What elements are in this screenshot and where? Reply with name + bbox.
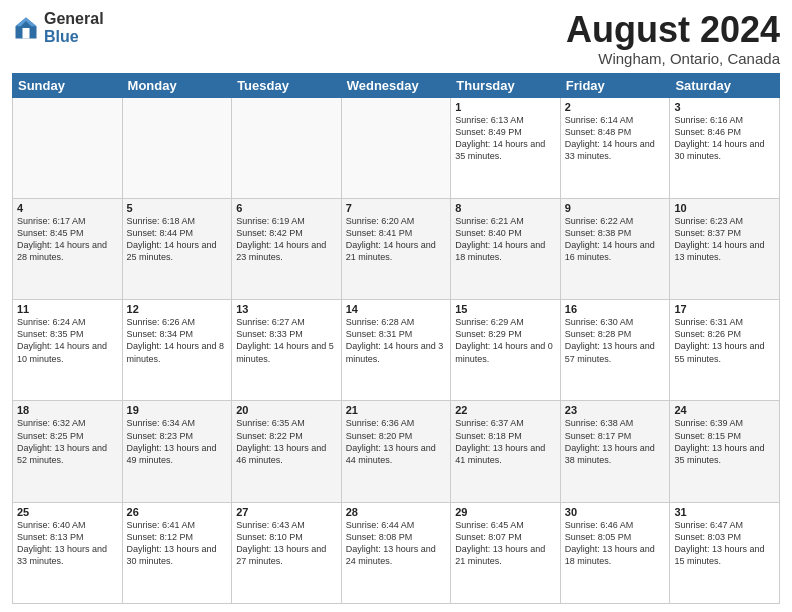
calendar-cell [122,97,232,198]
page-container: General Blue August 2024 Wingham, Ontari… [0,0,792,612]
calendar-cell: 30Sunrise: 6:46 AM Sunset: 8:05 PM Dayli… [560,502,670,603]
day-number: 12 [127,303,228,315]
day-info: Sunrise: 6:21 AM Sunset: 8:40 PM Dayligh… [455,215,556,264]
day-number: 7 [346,202,447,214]
day-info: Sunrise: 6:26 AM Sunset: 8:34 PM Dayligh… [127,316,228,365]
day-number: 5 [127,202,228,214]
logo-general-text: General [44,10,104,28]
calendar-cell: 9Sunrise: 6:22 AM Sunset: 8:38 PM Daylig… [560,198,670,299]
day-info: Sunrise: 6:22 AM Sunset: 8:38 PM Dayligh… [565,215,666,264]
day-info: Sunrise: 6:23 AM Sunset: 8:37 PM Dayligh… [674,215,775,264]
day-number: 23 [565,404,666,416]
calendar-cell: 25Sunrise: 6:40 AM Sunset: 8:13 PM Dayli… [13,502,123,603]
day-info: Sunrise: 6:35 AM Sunset: 8:22 PM Dayligh… [236,417,337,466]
calendar-cell: 3Sunrise: 6:16 AM Sunset: 8:46 PM Daylig… [670,97,780,198]
day-info: Sunrise: 6:40 AM Sunset: 8:13 PM Dayligh… [17,519,118,568]
calendar-cell [232,97,342,198]
calendar-cell: 8Sunrise: 6:21 AM Sunset: 8:40 PM Daylig… [451,198,561,299]
day-info: Sunrise: 6:28 AM Sunset: 8:31 PM Dayligh… [346,316,447,365]
calendar-week-row: 18Sunrise: 6:32 AM Sunset: 8:25 PM Dayli… [13,401,780,502]
calendar-header-wednesday: Wednesday [341,73,451,97]
day-number: 14 [346,303,447,315]
day-info: Sunrise: 6:44 AM Sunset: 8:08 PM Dayligh… [346,519,447,568]
calendar-cell: 18Sunrise: 6:32 AM Sunset: 8:25 PM Dayli… [13,401,123,502]
calendar-cell: 28Sunrise: 6:44 AM Sunset: 8:08 PM Dayli… [341,502,451,603]
calendar-cell: 4Sunrise: 6:17 AM Sunset: 8:45 PM Daylig… [13,198,123,299]
day-number: 8 [455,202,556,214]
calendar-cell: 26Sunrise: 6:41 AM Sunset: 8:12 PM Dayli… [122,502,232,603]
day-info: Sunrise: 6:19 AM Sunset: 8:42 PM Dayligh… [236,215,337,264]
day-info: Sunrise: 6:34 AM Sunset: 8:23 PM Dayligh… [127,417,228,466]
day-info: Sunrise: 6:24 AM Sunset: 8:35 PM Dayligh… [17,316,118,365]
day-number: 21 [346,404,447,416]
calendar-cell: 12Sunrise: 6:26 AM Sunset: 8:34 PM Dayli… [122,300,232,401]
day-info: Sunrise: 6:38 AM Sunset: 8:17 PM Dayligh… [565,417,666,466]
day-number: 10 [674,202,775,214]
calendar-cell: 20Sunrise: 6:35 AM Sunset: 8:22 PM Dayli… [232,401,342,502]
main-title: August 2024 [566,10,780,50]
calendar-cell: 10Sunrise: 6:23 AM Sunset: 8:37 PM Dayli… [670,198,780,299]
calendar-header-friday: Friday [560,73,670,97]
calendar-header-row: SundayMondayTuesdayWednesdayThursdayFrid… [13,73,780,97]
calendar-cell: 15Sunrise: 6:29 AM Sunset: 8:29 PM Dayli… [451,300,561,401]
subtitle: Wingham, Ontario, Canada [566,50,780,67]
day-info: Sunrise: 6:20 AM Sunset: 8:41 PM Dayligh… [346,215,447,264]
logo-icon [12,14,40,42]
calendar-table: SundayMondayTuesdayWednesdayThursdayFrid… [12,73,780,604]
logo: General Blue [12,10,104,45]
day-info: Sunrise: 6:29 AM Sunset: 8:29 PM Dayligh… [455,316,556,365]
day-number: 26 [127,506,228,518]
day-info: Sunrise: 6:37 AM Sunset: 8:18 PM Dayligh… [455,417,556,466]
day-info: Sunrise: 6:46 AM Sunset: 8:05 PM Dayligh… [565,519,666,568]
calendar-header-thursday: Thursday [451,73,561,97]
header: General Blue August 2024 Wingham, Ontari… [12,10,780,67]
calendar-cell: 2Sunrise: 6:14 AM Sunset: 8:48 PM Daylig… [560,97,670,198]
day-info: Sunrise: 6:32 AM Sunset: 8:25 PM Dayligh… [17,417,118,466]
title-block: August 2024 Wingham, Ontario, Canada [566,10,780,67]
calendar-header-monday: Monday [122,73,232,97]
calendar-header-sunday: Sunday [13,73,123,97]
calendar-cell: 1Sunrise: 6:13 AM Sunset: 8:49 PM Daylig… [451,97,561,198]
day-number: 16 [565,303,666,315]
day-number: 27 [236,506,337,518]
day-info: Sunrise: 6:43 AM Sunset: 8:10 PM Dayligh… [236,519,337,568]
calendar-week-row: 11Sunrise: 6:24 AM Sunset: 8:35 PM Dayli… [13,300,780,401]
day-info: Sunrise: 6:27 AM Sunset: 8:33 PM Dayligh… [236,316,337,365]
day-info: Sunrise: 6:17 AM Sunset: 8:45 PM Dayligh… [17,215,118,264]
day-info: Sunrise: 6:39 AM Sunset: 8:15 PM Dayligh… [674,417,775,466]
day-number: 13 [236,303,337,315]
day-number: 30 [565,506,666,518]
day-info: Sunrise: 6:47 AM Sunset: 8:03 PM Dayligh… [674,519,775,568]
day-info: Sunrise: 6:41 AM Sunset: 8:12 PM Dayligh… [127,519,228,568]
calendar-cell: 29Sunrise: 6:45 AM Sunset: 8:07 PM Dayli… [451,502,561,603]
calendar-header-tuesday: Tuesday [232,73,342,97]
day-number: 29 [455,506,556,518]
calendar-cell: 11Sunrise: 6:24 AM Sunset: 8:35 PM Dayli… [13,300,123,401]
svg-rect-2 [23,28,30,39]
calendar-cell: 22Sunrise: 6:37 AM Sunset: 8:18 PM Dayli… [451,401,561,502]
day-info: Sunrise: 6:14 AM Sunset: 8:48 PM Dayligh… [565,114,666,163]
calendar-cell: 27Sunrise: 6:43 AM Sunset: 8:10 PM Dayli… [232,502,342,603]
calendar-cell: 13Sunrise: 6:27 AM Sunset: 8:33 PM Dayli… [232,300,342,401]
day-number: 11 [17,303,118,315]
day-info: Sunrise: 6:18 AM Sunset: 8:44 PM Dayligh… [127,215,228,264]
day-number: 25 [17,506,118,518]
calendar-week-row: 1Sunrise: 6:13 AM Sunset: 8:49 PM Daylig… [13,97,780,198]
calendar-cell: 7Sunrise: 6:20 AM Sunset: 8:41 PM Daylig… [341,198,451,299]
calendar-cell [341,97,451,198]
day-info: Sunrise: 6:13 AM Sunset: 8:49 PM Dayligh… [455,114,556,163]
day-info: Sunrise: 6:45 AM Sunset: 8:07 PM Dayligh… [455,519,556,568]
logo-text: General Blue [44,10,104,45]
calendar-cell [13,97,123,198]
day-number: 1 [455,101,556,113]
calendar-cell: 23Sunrise: 6:38 AM Sunset: 8:17 PM Dayli… [560,401,670,502]
day-info: Sunrise: 6:16 AM Sunset: 8:46 PM Dayligh… [674,114,775,163]
day-number: 28 [346,506,447,518]
day-number: 15 [455,303,556,315]
day-number: 4 [17,202,118,214]
calendar-cell: 24Sunrise: 6:39 AM Sunset: 8:15 PM Dayli… [670,401,780,502]
day-number: 31 [674,506,775,518]
day-info: Sunrise: 6:31 AM Sunset: 8:26 PM Dayligh… [674,316,775,365]
day-number: 20 [236,404,337,416]
calendar-cell: 31Sunrise: 6:47 AM Sunset: 8:03 PM Dayli… [670,502,780,603]
